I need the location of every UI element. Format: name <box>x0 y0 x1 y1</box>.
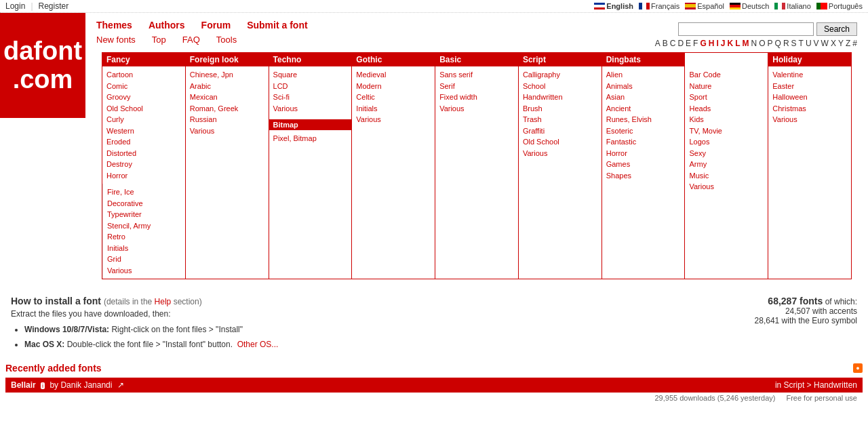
alpha-E[interactable]: E <box>686 39 691 48</box>
nav-authors[interactable]: Authors <box>149 20 185 31</box>
cat-misc-music[interactable]: Music <box>689 170 764 182</box>
cat-basic-sansserif[interactable]: Sans serif <box>439 69 514 81</box>
lang-portuguese[interactable]: Português <box>816 2 863 10</box>
cat-fancy-various[interactable]: Various <box>107 265 181 277</box>
cat-misc-heads[interactable]: Heads <box>689 103 764 115</box>
nav-new-fonts[interactable]: New fonts <box>96 35 136 45</box>
cat-dingbats-fantastic[interactable]: Fantastic <box>606 136 681 148</box>
cat-misc-barcode[interactable]: Bar Code <box>689 69 764 81</box>
logo[interactable]: dafont .com <box>0 13 85 118</box>
search-button[interactable]: Search <box>816 22 857 36</box>
cat-gothic-celtic[interactable]: Celtic <box>356 92 431 103</box>
cat-script-various[interactable]: Various <box>523 148 597 159</box>
alpha-G[interactable]: G <box>700 39 706 48</box>
nav-submit[interactable]: Submit a font <box>247 20 307 31</box>
alpha-B[interactable]: B <box>663 39 668 48</box>
cat-fancy-oldschool[interactable]: Old School <box>106 103 181 115</box>
cat-holiday-christmas[interactable]: Christmas <box>772 103 847 115</box>
nav-faq[interactable]: FAQ <box>182 35 200 45</box>
alpha-H[interactable]: H <box>709 39 715 48</box>
alpha-C[interactable]: C <box>670 39 676 48</box>
cat-bitmap-pixel[interactable]: Pixel, Bitmap <box>273 133 348 144</box>
lang-spanish[interactable]: Español <box>685 2 724 10</box>
alpha-P[interactable]: P <box>768 39 773 48</box>
alpha-W[interactable]: W <box>821 39 829 48</box>
cat-fancy-fire[interactable]: Fire, Ice <box>107 186 181 198</box>
cat-misc-logos[interactable]: Logos <box>689 136 764 148</box>
alpha-hash[interactable]: # <box>852 39 857 48</box>
alpha-F[interactable]: F <box>693 39 698 48</box>
alpha-K[interactable]: K <box>728 39 734 48</box>
cat-fancy-cartoon[interactable]: Cartoon <box>106 69 181 81</box>
cat-gothic-various[interactable]: Various <box>356 114 431 125</box>
cat-misc-tvmovie[interactable]: TV, Movie <box>689 125 764 137</box>
alpha-R[interactable]: R <box>783 39 789 48</box>
register-link[interactable]: Register <box>39 1 69 11</box>
cat-fancy-curly[interactable]: Curly <box>106 114 181 125</box>
alpha-S[interactable]: S <box>791 39 797 48</box>
cat-fancy-eroded[interactable]: Eroded <box>106 136 181 148</box>
cat-fancy-stencil[interactable]: Stencil, Army <box>107 220 181 232</box>
cat-techno-square[interactable]: Square <box>273 69 348 81</box>
cat-fancy-initials[interactable]: Initials <box>107 243 181 254</box>
cat-gothic-modern[interactable]: Modern <box>356 81 431 92</box>
cat-misc-nature[interactable]: Nature <box>689 81 764 92</box>
cat-misc-army[interactable]: Army <box>689 159 764 170</box>
cat-script-handwritten[interactable]: Handwritten <box>523 92 597 103</box>
cat-misc-kids[interactable]: Kids <box>689 114 764 125</box>
nav-tools[interactable]: Tools <box>216 35 237 45</box>
cat-gothic-medieval[interactable]: Medieval <box>356 69 431 81</box>
cat-fancy-comic[interactable]: Comic <box>106 81 181 92</box>
alpha-Q[interactable]: Q <box>775 39 781 48</box>
alpha-M[interactable]: M <box>743 39 749 48</box>
alpha-J[interactable]: J <box>721 39 726 48</box>
alpha-O[interactable]: O <box>759 39 765 48</box>
cat-dingbats-games[interactable]: Games <box>606 159 681 170</box>
cat-script-trash[interactable]: Trash <box>523 114 597 125</box>
cat-fancy-typewriter[interactable]: Typewriter <box>107 209 181 220</box>
lang-english[interactable]: English <box>594 2 633 10</box>
cat-foreign-roman[interactable]: Roman, Greek <box>190 103 264 115</box>
cat-dingbats-horror[interactable]: Horror <box>606 148 681 159</box>
cat-holiday-various[interactable]: Various <box>772 114 847 125</box>
cat-script-oldschool[interactable]: Old School <box>523 136 597 148</box>
cat-foreign-chinese[interactable]: Chinese, Jpn <box>190 69 264 81</box>
cat-basic-fixed[interactable]: Fixed width <box>439 92 514 103</box>
alpha-U[interactable]: U <box>806 39 812 48</box>
cat-fancy-decorative[interactable]: Decorative <box>107 198 181 209</box>
cat-misc-sport[interactable]: Sport <box>689 92 764 103</box>
nav-forum[interactable]: Forum <box>201 20 231 31</box>
cat-basic-serif[interactable]: Serif <box>439 81 514 92</box>
cat-script-brush[interactable]: Brush <box>523 103 597 115</box>
cat-foreign-various[interactable]: Various <box>190 125 264 137</box>
cat-misc-sexy[interactable]: Sexy <box>689 148 764 159</box>
cat-holiday-valentine[interactable]: Valentine <box>772 69 847 81</box>
lang-german[interactable]: Deutsch <box>730 2 769 10</box>
cat-dingbats-shapes[interactable]: Shapes <box>606 170 681 182</box>
cat-dingbats-asian[interactable]: Asian <box>606 92 681 103</box>
cat-basic-various[interactable]: Various <box>439 103 514 115</box>
alpha-T[interactable]: T <box>799 39 804 48</box>
alpha-Z[interactable]: Z <box>846 39 850 48</box>
cat-dingbats-animals[interactable]: Animals <box>606 81 681 92</box>
alpha-D[interactable]: D <box>677 39 684 48</box>
cat-fancy-western[interactable]: Western <box>106 125 181 137</box>
cat-fancy-distorted[interactable]: Distorted <box>106 148 181 159</box>
cat-holiday-halloween[interactable]: Halloween <box>772 92 847 103</box>
cat-dingbats-ancient[interactable]: Ancient <box>606 103 681 115</box>
lang-french[interactable]: Français <box>639 2 679 10</box>
alpha-L[interactable]: L <box>735 39 740 48</box>
cat-dingbats-esoteric[interactable]: Esoteric <box>606 125 681 137</box>
alpha-V[interactable]: V <box>814 39 819 48</box>
cat-script-calligraphy[interactable]: Calligraphy <box>523 69 597 81</box>
cat-fancy-grid[interactable]: Grid <box>107 254 181 265</box>
alpha-Y[interactable]: Y <box>838 39 844 48</box>
cat-misc-various[interactable]: Various <box>689 181 764 193</box>
cat-techno-scifi[interactable]: Sci-fi <box>273 92 348 103</box>
cat-script-graffiti[interactable]: Graffiti <box>523 125 597 137</box>
nav-top[interactable]: Top <box>152 35 166 45</box>
alpha-X[interactable]: X <box>831 39 836 48</box>
font-name-link[interactable]: Bellair <box>11 380 36 390</box>
alpha-A[interactable]: A <box>655 39 660 48</box>
lang-italian[interactable]: Italiano <box>774 2 810 10</box>
